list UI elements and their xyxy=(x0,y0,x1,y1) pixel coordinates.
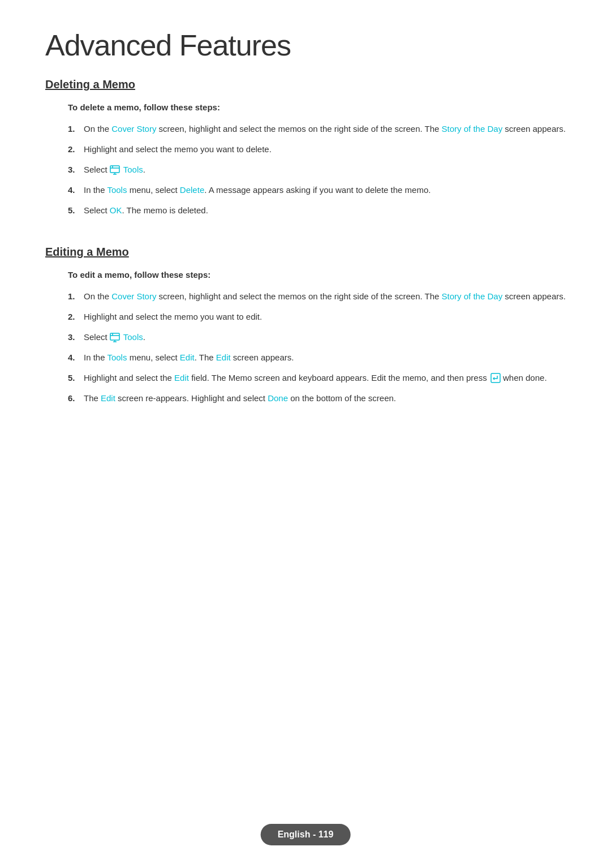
cover-story-link[interactable]: Cover Story xyxy=(111,124,156,134)
step-number: 4. xyxy=(68,183,84,197)
delete-link[interactable]: Delete xyxy=(180,185,204,195)
page-title: Advanced Features xyxy=(45,28,566,62)
deleting-steps-list: 1. On the Cover Story screen, highlight … xyxy=(68,122,566,217)
step-content: The Edit screen re-appears. Highlight an… xyxy=(84,392,566,405)
table-row: 6. The Edit screen re-appears. Highlight… xyxy=(68,392,566,405)
step-number: 2. xyxy=(68,143,84,156)
table-row: 3. Select Tools. xyxy=(68,330,566,344)
story-of-the-day-link-edit[interactable]: Story of the Day xyxy=(442,291,503,301)
enter-icon xyxy=(490,373,501,383)
svg-rect-5 xyxy=(110,333,119,340)
tools-link-edit-step4[interactable]: Tools xyxy=(107,353,127,362)
table-row: 1. On the Cover Story screen, highlight … xyxy=(68,122,566,136)
editing-instruction-heading: To edit a memo, follow these steps: xyxy=(68,270,566,280)
table-row: 4. In the Tools menu, select Edit. The E… xyxy=(68,351,566,364)
step-number: 1. xyxy=(68,290,84,303)
tools-link-edit-step3[interactable]: Tools xyxy=(123,332,143,342)
step-content: Highlight and select the memo you want t… xyxy=(84,310,566,324)
table-row: 1. On the Cover Story screen, highlight … xyxy=(68,290,566,303)
tools-link-delete-step4[interactable]: Tools xyxy=(107,185,127,195)
deleting-instruction-heading: To delete a memo, follow these steps: xyxy=(68,102,566,112)
step-content: On the Cover Story screen, highlight and… xyxy=(84,122,566,136)
step-content: Highlight and select the memo you want t… xyxy=(84,143,566,156)
table-row: 3. Select Tools. xyxy=(68,163,566,177)
edit-screen-reappears-link[interactable]: Edit xyxy=(101,393,115,403)
deleting-memo-heading: Deleting a Memo xyxy=(45,78,566,91)
step-number: 5. xyxy=(68,204,84,217)
tools-icon xyxy=(110,332,120,342)
step-number: 3. xyxy=(68,163,84,177)
step-content: In the Tools menu, select Edit. The Edit… xyxy=(84,351,566,364)
step-content: Select Tools. xyxy=(84,163,566,177)
edit-screen-link-step4[interactable]: Edit xyxy=(216,353,231,362)
edit-field-link[interactable]: Edit xyxy=(174,373,189,383)
done-link[interactable]: Done xyxy=(268,393,288,403)
section-editing-memo: Editing a Memo To edit a memo, follow th… xyxy=(45,246,566,405)
editing-memo-heading: Editing a Memo xyxy=(45,246,566,259)
cover-story-link-edit[interactable]: Cover Story xyxy=(111,291,156,301)
svg-rect-0 xyxy=(110,166,119,173)
step-content: Highlight and select the Edit field. The… xyxy=(84,371,566,385)
step-number: 5. xyxy=(68,371,84,385)
ok-link[interactable]: OK xyxy=(110,205,122,215)
table-row: 2. Highlight and select the memo you wan… xyxy=(68,143,566,156)
tools-link-delete-step3[interactable]: Tools xyxy=(123,165,143,174)
step-content: Select OK. The memo is deleted. xyxy=(84,204,566,217)
step-number: 4. xyxy=(68,351,84,364)
step-content: On the Cover Story screen, highlight and… xyxy=(84,290,566,303)
tools-icon xyxy=(110,165,120,175)
section-deleting-memo: Deleting a Memo To delete a memo, follow… xyxy=(45,78,566,217)
table-row: 5. Select OK. The memo is deleted. xyxy=(68,204,566,217)
table-row: 4. In the Tools menu, select Delete. A m… xyxy=(68,183,566,197)
editing-steps-list: 1. On the Cover Story screen, highlight … xyxy=(68,290,566,405)
step-number: 2. xyxy=(68,310,84,324)
story-of-the-day-link[interactable]: Story of the Day xyxy=(442,124,503,134)
step-number: 3. xyxy=(68,330,84,344)
table-row: 2. Highlight and select the memo you wan… xyxy=(68,310,566,324)
step-content: In the Tools menu, select Delete. A mess… xyxy=(84,183,566,197)
page-footer: English - 119 xyxy=(261,824,351,845)
table-row: 5. Highlight and select the Edit field. … xyxy=(68,371,566,385)
edit-link-step4[interactable]: Edit xyxy=(180,353,195,362)
step-number: 1. xyxy=(68,122,84,136)
step-content: Select Tools. xyxy=(84,330,566,344)
page-container: Advanced Features Deleting a Memo To del… xyxy=(0,0,611,490)
step-number: 6. xyxy=(68,392,84,405)
svg-rect-10 xyxy=(491,373,500,383)
